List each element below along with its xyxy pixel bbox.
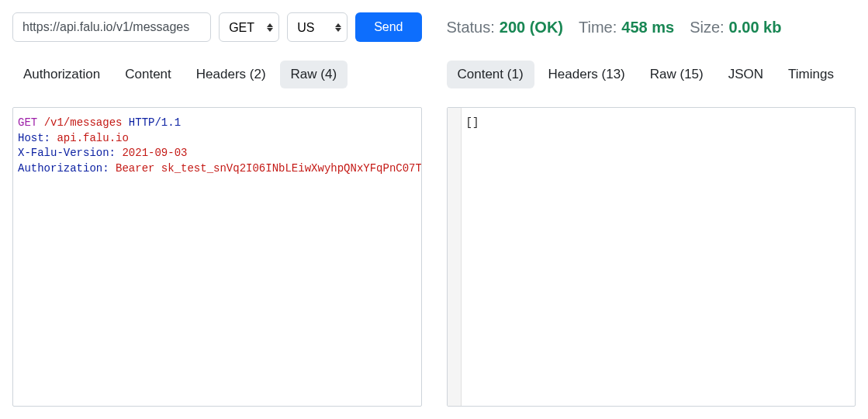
gutter [448,108,462,406]
request-raw-code: GET /v1/messages HTTP/1.1 Host: api.falu… [13,108,421,406]
request-tab[interactable]: Content [114,61,182,88]
request-tab[interactable]: Headers (2) [185,61,277,88]
response-tabs: Content (1)Headers (13)Raw (15)JSONTimin… [447,61,856,88]
request-raw-panel: GET /v1/messages HTTP/1.1 Host: api.falu… [12,107,422,407]
size-label: Size: [690,19,724,36]
response-tab[interactable]: Raw (15) [639,61,714,88]
request-bar: GET US Send [12,12,422,42]
response-tab[interactable]: Headers (13) [538,61,636,88]
request-tabs: AuthorizationContentHeaders (2)Raw (4) [12,61,422,88]
request-tab[interactable]: Raw (4) [280,61,348,88]
time-label: Time: [579,19,617,36]
url-input[interactable] [12,12,211,42]
status-label: Status: [447,19,495,36]
response-tab[interactable]: JSON [718,61,774,88]
method-select[interactable]: GET [219,12,279,42]
response-body: [] [462,108,856,406]
region-select[interactable]: US [287,12,348,42]
status-bar: Status: 200 (OK) Time: 458 ms Size: 0.00… [447,12,856,42]
send-button[interactable]: Send [355,12,421,42]
time-value: 458 ms [621,19,674,36]
response-content-panel: [] [447,107,856,407]
response-tab[interactable]: Timings [777,61,845,88]
response-tab[interactable]: Content (1) [447,61,534,88]
status-value: 200 (OK) [500,19,563,36]
size-value: 0.00 kb [729,19,782,36]
request-tab[interactable]: Authorization [12,61,111,88]
